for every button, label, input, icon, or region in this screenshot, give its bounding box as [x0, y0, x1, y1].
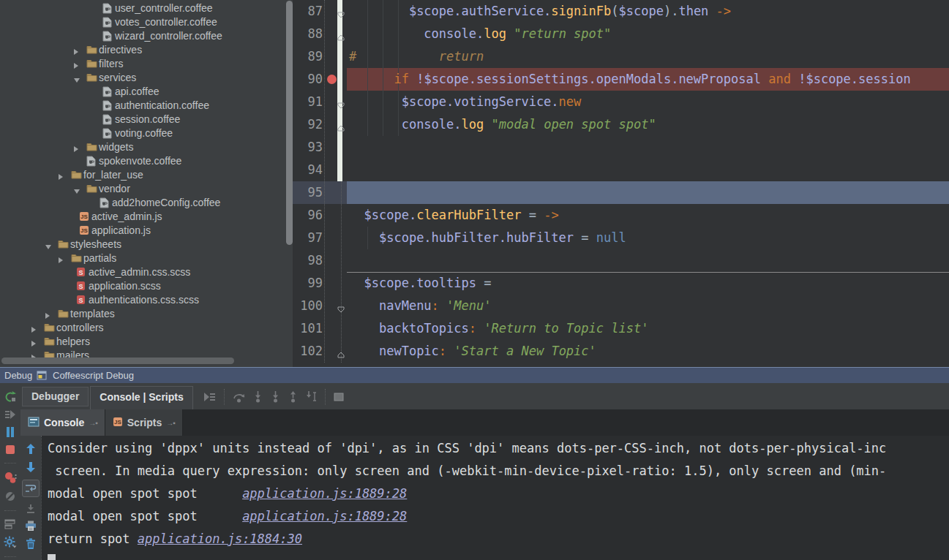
- fold-up-icon[interactable]: [336, 347, 346, 361]
- scroll-down-icon[interactable]: [26, 461, 36, 473]
- tree-item-helpers[interactable]: helpers: [0, 335, 293, 349]
- tree-item-templates[interactable]: templates: [0, 307, 293, 321]
- tree-expanded-arrow-icon[interactable]: [73, 185, 80, 192]
- debug-title-bar[interactable]: Debug Coffeescript Debug: [0, 367, 949, 383]
- fold-up-icon[interactable]: [336, 30, 346, 44]
- tree-collapsed-arrow-icon[interactable]: [58, 254, 65, 262]
- force-step-into-icon[interactable]: [271, 391, 280, 403]
- tree-item-active-admin-css-scss[interactable]: Sactive_admin.css.scss: [0, 265, 293, 279]
- tab-options-icon[interactable]: →▪: [166, 419, 175, 427]
- code-line-89[interactable]: 89# return: [293, 45, 949, 68]
- console-source-link[interactable]: application.js:1884:30: [138, 531, 302, 546]
- tree-expanded-arrow-icon[interactable]: [45, 241, 52, 248]
- console-source-link[interactable]: application.js:1889:28: [242, 486, 407, 501]
- mute-breakpoints-icon[interactable]: [4, 491, 16, 502]
- tab-scripts[interactable]: JSScripts→▪: [105, 409, 183, 436]
- console-output[interactable]: Consider using 'dppx' units instead of '…: [41, 436, 949, 560]
- tree-item-partials[interactable]: partials: [0, 251, 293, 265]
- coffee-file-icon: [102, 3, 114, 15]
- print-icon[interactable]: [25, 521, 37, 531]
- tab-console[interactable]: Console→▪: [20, 409, 105, 436]
- fold-down-icon[interactable]: [336, 7, 346, 21]
- resume-icon[interactable]: [4, 409, 16, 420]
- show-execution-point-icon[interactable]: [203, 392, 216, 402]
- tree-item-application-scss[interactable]: Sapplication.scss: [0, 279, 293, 293]
- tree-item-spokenvote-coffee[interactable]: spokenvote.coffee: [0, 154, 293, 168]
- code-text: $scope.hubFilter.hubFilter = null: [349, 227, 626, 249]
- tab-console-scripts[interactable]: Console | Scripts: [90, 386, 192, 409]
- stop-icon[interactable]: [5, 444, 15, 455]
- tree-item-votes-controller-coffee[interactable]: votes_controller.coffee: [0, 15, 293, 29]
- tree-item-authentications-css-scss[interactable]: Sauthentications.css.scss: [0, 293, 293, 307]
- scroll-up-icon[interactable]: [26, 443, 36, 455]
- code-line-95[interactable]: 95: [293, 181, 949, 204]
- fold-down-icon[interactable]: [336, 98, 346, 112]
- code-editor[interactable]: 87 $scope.authService.signinFb($scope).t…: [293, 0, 949, 367]
- fold-up-icon[interactable]: [336, 121, 346, 135]
- step-into-icon[interactable]: [253, 391, 263, 403]
- code-line-91[interactable]: 91 $scope.votingService.new: [293, 91, 949, 113]
- step-out-icon[interactable]: [288, 391, 298, 403]
- code-line-102[interactable]: 102 newTopic: 'Start a New Topic': [293, 340, 949, 363]
- tree-collapsed-arrow-icon[interactable]: [31, 324, 38, 331]
- tree-item-add2homeconfig-coffee[interactable]: add2homeConfig.coffee: [0, 196, 293, 210]
- pause-icon[interactable]: [5, 426, 15, 438]
- code-line-88[interactable]: 88 console.log "return spot": [293, 23, 949, 45]
- tab-debugger[interactable]: Debugger: [22, 387, 89, 406]
- tree-item-vendor[interactable]: vendor: [0, 182, 293, 196]
- tree-item-application-js[interactable]: JSapplication.js: [0, 224, 293, 238]
- scss-file-icon: S: [76, 295, 88, 306]
- scroll-to-end-icon[interactable]: [26, 504, 36, 514]
- code-line-90[interactable]: 90 if !$scope.sessionSettings.openModals…: [293, 68, 949, 91]
- console-source-link[interactable]: application.js:1889:28: [242, 509, 407, 523]
- tree-item-wizard-controller-coffee[interactable]: wizard_controller.coffee: [0, 29, 293, 43]
- tree-item-api-coffee[interactable]: api.coffee: [0, 85, 293, 99]
- code-line-99[interactable]: 99 $scope.tooltips =: [293, 272, 949, 295]
- tree-item-directives[interactable]: directives: [0, 43, 293, 57]
- code-line-93[interactable]: 93: [293, 136, 949, 159]
- tree-item-services[interactable]: services: [0, 71, 293, 85]
- breakpoints-icon[interactable]: [4, 472, 17, 484]
- breakpoint-marker-icon[interactable]: [327, 75, 337, 84]
- tree-collapsed-arrow-icon[interactable]: [73, 60, 80, 67]
- tab-options-icon[interactable]: →▪: [89, 419, 97, 427]
- tree-collapsed-arrow-icon[interactable]: [58, 171, 65, 178]
- tree-item-label: application.scss: [89, 279, 161, 293]
- code-line-97[interactable]: 97 $scope.hubFilter.hubFilter = null: [293, 227, 949, 249]
- code-line-96[interactable]: 96 $scope.clearHubFilter = ->: [293, 204, 949, 227]
- code-line-100[interactable]: 100 navMenu: 'Menu': [293, 295, 949, 317]
- code-line-94[interactable]: 94: [293, 159, 949, 181]
- code-line-87[interactable]: 87 $scope.authService.signinFb($scope).t…: [293, 0, 949, 23]
- tree-vertical-scrollbar[interactable]: [286, 1, 293, 245]
- tree-item-controllers[interactable]: controllers: [0, 321, 293, 335]
- code-line-98[interactable]: 98: [293, 249, 949, 272]
- code-line-101[interactable]: 101 backtoTopics: 'Return to Topic list': [293, 317, 949, 340]
- tree-item-session-coffee[interactable]: session.coffee: [0, 113, 293, 126]
- clear-console-icon[interactable]: [26, 538, 36, 550]
- tree-collapsed-arrow-icon[interactable]: [45, 310, 52, 317]
- tree-item-for-later-use[interactable]: for_later_use: [0, 168, 293, 182]
- tree-item-filters[interactable]: filters: [0, 57, 293, 71]
- step-over-icon[interactable]: [233, 392, 245, 403]
- console-log-text: modal open spot spot: [48, 486, 198, 501]
- rerun-icon[interactable]: [4, 390, 17, 403]
- tree-item-widgets[interactable]: widgets: [0, 140, 293, 154]
- soft-wrap-icon[interactable]: [25, 483, 37, 493]
- run-to-cursor-icon[interactable]: [306, 391, 317, 403]
- tree-item-active-admin-js[interactable]: JSactive_admin.js: [0, 210, 293, 224]
- tree-horizontal-scrollbar[interactable]: [1, 357, 234, 364]
- tree-collapsed-arrow-icon[interactable]: [73, 46, 80, 53]
- tree-collapsed-arrow-icon[interactable]: [31, 338, 38, 345]
- tree-item-authentication-coffee[interactable]: authentication.coffee: [0, 99, 293, 113]
- tree-expanded-arrow-icon[interactable]: [73, 74, 80, 81]
- settings-icon[interactable]: [4, 536, 17, 548]
- view-square-icon[interactable]: [334, 393, 344, 401]
- restore-layout-icon[interactable]: [4, 519, 16, 529]
- tree-item-stylesheets[interactable]: stylesheets: [0, 238, 293, 251]
- code-line-92[interactable]: 92 console.log "modal open spot spot": [293, 113, 949, 136]
- fold-down-icon[interactable]: [336, 302, 346, 316]
- tree-item-voting-coffee[interactable]: voting.coffee: [0, 126, 293, 140]
- tree-item-user-controller-coffee[interactable]: user_controller.coffee: [0, 1, 293, 15]
- line-number: 88: [293, 23, 323, 45]
- tree-collapsed-arrow-icon[interactable]: [73, 143, 80, 151]
